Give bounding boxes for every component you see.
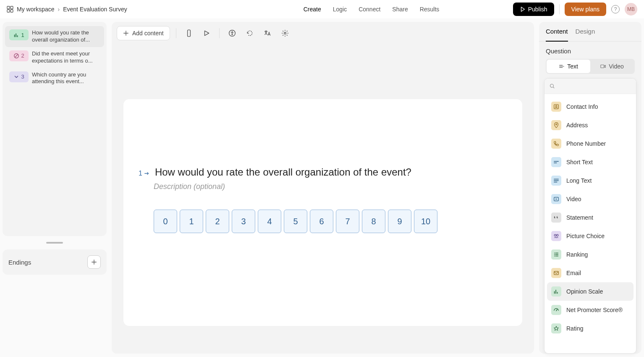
opinion-option-9[interactable]: 9 [388,210,411,233]
type-label: Contact Info [566,103,598,110]
question-number: 1 [139,170,150,177]
header-actions: Publish View plans ? MB [513,3,637,16]
opinion-option-8[interactable]: 8 [362,210,385,233]
header: My workspace › Event Evaluation Survey C… [0,0,644,18]
question-description[interactable]: Description (optional) [154,182,507,191]
type-label: Statement [566,214,593,221]
nav-share[interactable]: Share [392,6,408,13]
type-label: Ranking [566,251,588,258]
type-option-opinion-scale[interactable]: Opinion Scale [547,282,634,301]
tab-content[interactable]: Content [546,22,568,42]
type-search-input[interactable] [558,83,631,89]
question-item-text: Did the event meet your expectations in … [32,50,100,65]
add-ending-button[interactable] [87,255,101,269]
opinion-option-10[interactable]: 10 [414,210,437,233]
svg-rect-2 [7,10,10,12]
view-plans-button[interactable]: View plans [565,3,606,16]
refresh-button[interactable] [243,26,257,40]
question-title[interactable]: How would you rate the overall organizat… [155,166,411,178]
pic-icon [551,231,561,241]
question-item-2[interactable]: 2Did the event meet your expectations in… [5,47,104,68]
type-option-picture-choice[interactable]: Picture Choice [547,227,634,245]
add-content-label: Add content [132,30,164,37]
type-option-address[interactable]: Address [547,116,634,134]
pin-icon [551,120,561,130]
svg-point-8 [284,32,286,34]
opinion-option-6[interactable]: 6 [310,210,333,233]
svg-point-13 [556,124,557,125]
rank-icon [551,249,561,260]
top-nav: Create Logic Connect Share Results [304,6,440,13]
question-item-3[interactable]: 3Which country are you attending this ev… [5,68,104,89]
type-label: Address [566,122,588,129]
nav-create[interactable]: Create [304,6,321,13]
device-toggle-button[interactable] [182,26,196,40]
opinion-option-1[interactable]: 1 [180,210,203,233]
left-sidebar: 1How would you rate the overall organiza… [0,18,109,357]
type-list: Contact InfoAddressPhone NumberShort Tex… [545,94,636,353]
question-type-picker: Contact InfoAddressPhone NumberShort Tex… [544,78,636,354]
type-option-email[interactable]: Email [547,264,634,282]
opinion-option-2[interactable]: 2 [206,210,229,233]
long-icon [551,176,561,186]
type-option-ranking[interactable]: Ranking [547,245,634,264]
endings-title: Endings [8,259,31,266]
resize-handle[interactable] [46,242,63,244]
tab-design[interactable]: Design [576,22,595,41]
opinion-option-4[interactable]: 4 [258,210,281,233]
type-label: Long Text [566,177,592,184]
type-option-rating[interactable]: Rating [547,319,634,338]
segment-text[interactable]: Text [547,60,590,73]
bar-icon [551,286,561,297]
question-badge: 2 [9,50,29,61]
accessibility-button[interactable] [225,26,239,40]
translate-button[interactable] [261,26,274,40]
type-label: Net Promoter Score® [566,307,623,313]
opinion-option-7[interactable]: 7 [336,210,359,233]
segment-video[interactable]: Video [590,60,634,73]
question-mode-segment: Text Video [546,59,635,74]
opinion-option-0[interactable]: 0 [154,210,177,233]
svg-rect-0 [7,6,10,9]
help-icon[interactable]: ? [611,5,620,13]
publish-button[interactable]: Publish [513,3,554,16]
nav-results[interactable]: Results [420,6,440,13]
toolbar-separator [219,28,220,38]
segment-text-label: Text [567,63,578,70]
type-search [545,79,636,94]
plus-icon [91,259,97,265]
type-label: Short Text [566,159,593,165]
type-option-long-text[interactable]: Long Text [547,171,634,190]
type-option-statement[interactable]: Statement [547,208,634,227]
opinion-scale-options: 012345678910 [154,210,507,233]
type-label: Video [566,196,581,202]
add-content-button[interactable]: Add content [117,26,170,40]
preview-button[interactable] [200,26,213,40]
mail-icon [551,268,561,278]
segment-video-label: Video [609,63,624,70]
breadcrumb-form[interactable]: Event Evaluation Survey [63,6,127,13]
video-icon [600,63,606,69]
type-option-phone-number[interactable]: Phone Number [547,134,634,153]
settings-button[interactable] [278,26,292,40]
right-sidebar: Content Design Question Text Video [537,18,644,357]
nav-logic[interactable]: Logic [333,6,347,13]
type-option-net-promoter-score-[interactable]: Net Promoter Score® [547,301,634,319]
play-icon [520,6,526,12]
question-item-1[interactable]: 1How would you rate the overall organiza… [5,26,104,47]
chevron-right-icon: › [58,6,60,13]
type-option-video[interactable]: Video [547,190,634,208]
publish-label: Publish [528,6,547,13]
nav-connect[interactable]: Connect [359,6,380,13]
opinion-option-3[interactable]: 3 [232,210,255,233]
avatar[interactable]: MB [625,3,637,16]
text-icon [559,63,565,69]
svg-rect-5 [187,30,190,37]
type-option-contact-info[interactable]: Contact Info [547,97,634,116]
viewplans-label: View plans [571,6,599,13]
question-number-value: 1 [139,170,142,177]
opinion-option-5[interactable]: 5 [284,210,307,233]
type-option-short-text[interactable]: Short Text [547,153,634,171]
breadcrumb-workspace[interactable]: My workspace [17,6,54,13]
right-panel: Content Design Question Text Video [539,22,641,354]
